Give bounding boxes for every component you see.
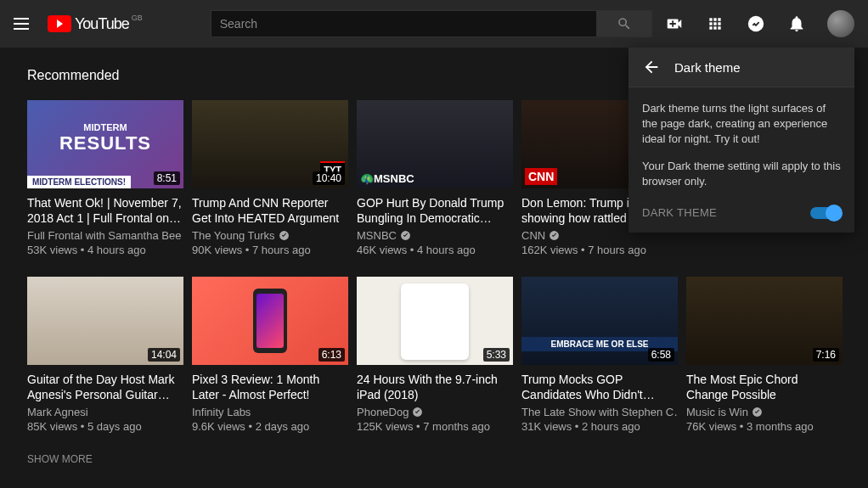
video-card[interactable]: MIDTERMMIDTERM RESULTSRESULTS MIDTERM EL… — [27, 100, 183, 256]
channel-name[interactable]: Mark Agnesi — [27, 406, 183, 418]
header-actions — [664, 10, 854, 37]
verified-icon — [279, 230, 290, 241]
search-button[interactable] — [597, 10, 652, 37]
video-duration: 10:40 — [313, 171, 345, 185]
search-input[interactable] — [211, 10, 597, 37]
video-title[interactable]: GOP Hurt By Donald Trump Bungling In Dem… — [357, 195, 513, 226]
notifications-button[interactable] — [786, 14, 807, 34]
video-title[interactable]: Trump And CNN Reporter Get Into HEATED A… — [192, 195, 348, 226]
video-duration: 6:58 — [648, 348, 674, 362]
video-thumbnail[interactable]: TYT 10:40 — [192, 100, 348, 188]
video-meta: 125K views • 7 months ago — [357, 420, 513, 433]
video-meta: 85K views • 5 days ago — [27, 420, 183, 433]
channel-name[interactable]: Music is Win — [686, 406, 843, 418]
verified-icon — [549, 230, 560, 241]
overlay-text: MIDTERMMIDTERM RESULTSRESULTS — [27, 122, 183, 154]
panel-description: Dark theme turns the light surfaces of t… — [642, 101, 841, 147]
video-card[interactable]: 🦚MSNBC GOP Hurt By Donald Trump Bungling… — [357, 100, 513, 256]
video-thumbnail[interactable]: MIDTERMMIDTERM RESULTSRESULTS MIDTERM EL… — [27, 100, 183, 188]
logo-region: GB — [132, 14, 143, 22]
panel-title: Dark theme — [674, 60, 741, 75]
show-more-button[interactable]: SHOW MORE — [27, 453, 841, 465]
video-title[interactable]: Trump Mocks GOP Candidates Who Didn't… — [521, 372, 678, 402]
video-thumbnail[interactable]: 14:04 — [27, 277, 183, 365]
channel-name[interactable]: MSNBC — [357, 229, 513, 242]
video-meta: 31K views • 2 hours ago — [521, 420, 678, 433]
toggle-label: DARK THEME — [642, 206, 717, 219]
video-meta: 76K views • 3 months ago — [686, 420, 843, 433]
apps-grid-icon — [707, 15, 724, 32]
overlay-text: 🦚MSNBC — [360, 172, 414, 185]
menu-button[interactable] — [14, 14, 34, 34]
verified-icon — [752, 407, 763, 418]
video-thumbnail[interactable]: 7:16 — [686, 277, 843, 365]
back-button[interactable] — [642, 58, 661, 76]
logo-text: YouTube — [75, 15, 129, 33]
video-thumbnail[interactable]: 6:13 — [192, 277, 348, 365]
channel-name[interactable]: Full Frontal with Samantha Bee — [27, 229, 183, 242]
chat-icon — [747, 14, 765, 33]
search-icon — [617, 16, 632, 31]
youtube-logo[interactable]: YouTube GB — [48, 15, 143, 33]
video-thumbnail[interactable]: 🦚MSNBC — [357, 100, 513, 188]
video-meta: 90K views • 7 hours ago — [192, 244, 348, 256]
video-card[interactable]: 5:33 24 Hours With the 9.7-inch iPad (20… — [357, 277, 513, 433]
channel-name[interactable]: The Young Turks — [192, 229, 348, 242]
header: YouTube GB — [0, 0, 868, 48]
video-thumbnail[interactable]: 5:33 — [357, 277, 513, 365]
video-thumbnail[interactable]: EMBRACE ME OR ELSE 6:58 — [521, 277, 678, 365]
svg-point-0 — [748, 16, 764, 31]
channel-name[interactable]: PhoneDog — [357, 406, 513, 418]
video-title[interactable]: Guitar of the Day Host Mark Agnesi's Per… — [27, 372, 183, 402]
apps-button[interactable] — [705, 14, 725, 34]
verified-icon — [400, 230, 411, 241]
video-title[interactable]: That Went Ok! | November 7, 2018 Act 1 |… — [27, 195, 183, 226]
play-icon — [48, 15, 71, 32]
video-card[interactable]: 7:16 The Most Epic Chord Change Possible… — [686, 277, 843, 433]
video-meta: 46K views • 4 hours ago — [357, 244, 513, 256]
dark-theme-toggle[interactable] — [810, 207, 841, 219]
video-meta: 162K views • 7 hours ago — [521, 244, 678, 256]
video-meta: 53K views • 4 hours ago — [27, 244, 183, 256]
video-title[interactable]: 24 Hours With the 9.7-inch iPad (2018) — [357, 372, 513, 402]
video-title[interactable]: The Most Epic Chord Change Possible — [686, 372, 843, 402]
messages-button[interactable] — [746, 14, 766, 34]
video-duration: 7:16 — [813, 348, 839, 362]
video-card[interactable]: TYT 10:40 Trump And CNN Reporter Get Int… — [192, 100, 348, 256]
panel-header: Dark theme — [628, 48, 854, 87]
dark-theme-panel: Dark theme Dark theme turns the light su… — [628, 48, 854, 233]
video-card[interactable]: 6:13 Pixel 3 Review: 1 Month Later - Alm… — [192, 277, 348, 433]
video-row: 14:04 Guitar of the Day Host Mark Agnesi… — [27, 277, 841, 433]
channel-name[interactable]: Infinity Labs — [192, 406, 348, 418]
video-meta: 9.6K views • 2 days ago — [192, 420, 348, 433]
video-duration: 8:51 — [154, 171, 180, 185]
video-duration: 5:33 — [483, 348, 510, 362]
video-card[interactable]: EMBRACE ME OR ELSE 6:58 Trump Mocks GOP … — [521, 277, 678, 433]
video-card[interactable]: 14:04 Guitar of the Day Host Mark Agnesi… — [27, 277, 183, 433]
video-plus-icon — [665, 14, 684, 33]
channel-name[interactable]: The Late Show with Stephen C… — [521, 406, 678, 418]
arrow-left-icon — [642, 58, 661, 76]
search-form — [211, 10, 652, 37]
overlay-banner: MIDTERM ELECTIONS! — [27, 176, 131, 188]
video-duration: 6:13 — [318, 348, 345, 362]
overlay-text: CNN — [525, 168, 557, 185]
panel-note: Your Dark theme setting will apply to th… — [642, 159, 841, 189]
bell-icon — [787, 14, 806, 33]
avatar[interactable] — [827, 10, 854, 37]
create-button[interactable] — [664, 14, 685, 34]
dark-theme-toggle-row: DARK THEME — [642, 206, 841, 219]
panel-body: Dark theme turns the light surfaces of t… — [628, 87, 854, 233]
video-title[interactable]: Pixel 3 Review: 1 Month Later - Almost P… — [192, 372, 348, 402]
video-duration: 14:04 — [148, 348, 180, 362]
verified-icon — [412, 407, 423, 418]
